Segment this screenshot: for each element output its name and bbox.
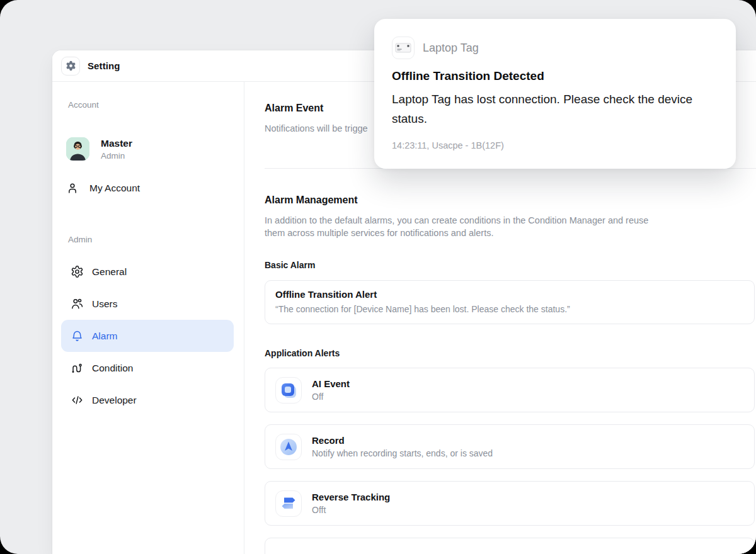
alert-title: AI Event: [312, 378, 350, 389]
sidebar-item-my-account[interactable]: My Account: [66, 179, 234, 197]
sidebar-item-users[interactable]: Users: [61, 288, 234, 320]
toast-meta: 14:23:11, Usacpe - 1B(12F): [392, 140, 718, 150]
notification-toast[interactable]: Laptop Tag Offline Transition Detected L…: [374, 19, 736, 169]
reverse-tracking-icon: [275, 490, 302, 517]
gear-icon: [71, 265, 84, 278]
setting-app-icon-tile: [61, 57, 80, 76]
code-icon: [71, 393, 84, 407]
sidebar: Account Master Ad: [52, 82, 244, 554]
alert-subtitle: Off: [312, 392, 350, 402]
basic-alarm-label: Basic Alarm: [265, 260, 756, 270]
alarm-management-description: In addition to the default alarms, you c…: [265, 214, 655, 239]
sidebar-item-label: Condition: [92, 363, 134, 374]
application-alert-card-reverse-tracking[interactable]: Reverse Tracking Offt: [265, 481, 755, 526]
sidebar-item-developer[interactable]: Developer: [61, 384, 234, 416]
avatar: [66, 137, 89, 161]
sidebar-item-label: General: [92, 266, 127, 278]
users-icon: [71, 297, 84, 310]
application-alert-card-record[interactable]: Record Notify when recording starts, end…: [265, 424, 755, 469]
sidebar-item-general[interactable]: General: [61, 256, 234, 288]
page-title: Setting: [88, 60, 120, 71]
application-alert-card-partial[interactable]: [265, 538, 755, 554]
basic-alarm-card-title: Offline Transition Alert: [275, 289, 744, 300]
application-alert-card-ai-event[interactable]: AI Event Off: [265, 368, 755, 412]
toast-app-name: Laptop Tag: [423, 42, 479, 55]
alert-subtitle: Offt: [312, 505, 390, 515]
sidebar-nav: General Users: [61, 256, 234, 416]
user-icon: [66, 182, 79, 195]
sidebar-item-alarm[interactable]: Alarm: [61, 320, 234, 352]
toast-title: Offline Transition Detected: [392, 69, 718, 83]
sidebar-item-label: Users: [92, 298, 117, 310]
condition-icon: [71, 361, 84, 375]
bell-icon: [71, 329, 84, 342]
sidebar-item-label: Developer: [92, 395, 137, 406]
laptop-tag-device-icon: [392, 37, 415, 59]
basic-alarm-card-quote: “The connection for [Device Name] has be…: [275, 304, 744, 314]
alert-title: Reverse Tracking: [312, 492, 390, 502]
sidebar-item-label: My Account: [89, 183, 140, 194]
alert-title: Record: [312, 435, 493, 446]
sidebar-item-condition[interactable]: Condition: [61, 352, 234, 384]
basic-alarm-card[interactable]: Offline Transition Alert “The connection…: [265, 280, 755, 324]
sidebar-section-account: Account: [68, 82, 234, 110]
sidebar-item-label: Alarm: [92, 331, 117, 342]
application-alerts-label: Application Alerts: [265, 348, 756, 358]
alert-subtitle: Notify when recording starts, ends, or i…: [312, 448, 493, 458]
profile-row[interactable]: Master Admin: [66, 137, 234, 161]
desktop-canvas: Setting Account: [0, 0, 756, 554]
record-icon: [275, 434, 302, 460]
profile-name: Master: [101, 138, 132, 149]
gear-icon: [66, 60, 76, 71]
ai-event-icon: [275, 377, 302, 404]
sidebar-section-admin: Admin: [68, 235, 234, 244]
alarm-management-title: Alarm Management: [265, 195, 756, 206]
profile-role: Admin: [101, 151, 132, 161]
toast-body: Laptop Tag has lost connection. Please c…: [392, 89, 707, 128]
